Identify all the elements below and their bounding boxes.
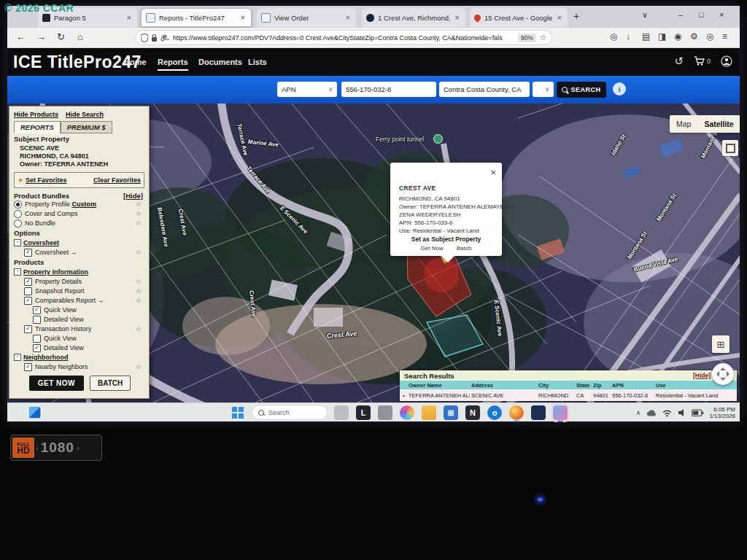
- lock-icon[interactable]: [151, 34, 158, 42]
- photos-icon[interactable]: [553, 405, 568, 420]
- hide-bundles-link[interactable]: [Hide]: [123, 192, 143, 200]
- window-restore-button[interactable]: □: [699, 10, 704, 19]
- tab-close-icon[interactable]: ×: [125, 13, 133, 22]
- set-subject-property-link[interactable]: Set as Subject Property: [390, 236, 502, 243]
- tab-premium[interactable]: PREMIUM $: [61, 121, 112, 133]
- checkbox-detailed-view-2[interactable]: ✓: [33, 344, 41, 352]
- tab-view-order[interactable]: View Order ×: [257, 8, 356, 27]
- favorite-star-icon[interactable]: ☆: [136, 297, 142, 304]
- onedrive-icon[interactable]: [646, 408, 657, 417]
- location-input[interactable]: Contra Costa County, CA: [439, 82, 530, 97]
- snipping-tool-icon[interactable]: [334, 405, 349, 420]
- tab-close-icon[interactable]: ×: [344, 13, 352, 22]
- account-icon[interactable]: ◉: [674, 31, 681, 42]
- tracking-shield-icon[interactable]: [141, 34, 148, 42]
- dropbox-icon[interactable]: [531, 405, 546, 420]
- microsoft-store-icon[interactable]: ⊞: [444, 405, 458, 420]
- firefox-icon[interactable]: [509, 405, 524, 420]
- outlook-icon[interactable]: o: [487, 405, 502, 420]
- search-button[interactable]: SEARCH: [557, 82, 606, 98]
- property-information-group[interactable]: Property Information: [23, 268, 88, 276]
- collapse-icon[interactable]: −: [14, 268, 21, 276]
- volume-icon[interactable]: [678, 408, 686, 417]
- bookmark-star-icon[interactable]: ☆: [539, 33, 546, 42]
- app-logo[interactable]: ICE TitlePro247: [13, 52, 142, 72]
- radio-property-profile[interactable]: [14, 201, 22, 209]
- state-select[interactable]: ∨: [533, 82, 554, 97]
- radio-cover-comps[interactable]: [14, 210, 22, 218]
- contacts-icon[interactable]: [378, 405, 392, 420]
- set-favorites-link[interactable]: Set Favorites: [26, 176, 67, 184]
- forward-button[interactable]: →: [36, 31, 46, 42]
- apn-input[interactable]: 556-170-032-8: [341, 82, 436, 97]
- widgets-icon[interactable]: [28, 405, 42, 419]
- start-button[interactable]: [232, 407, 244, 419]
- cart-button[interactable]: 0: [694, 56, 711, 66]
- tab-crest-ave[interactable]: 1 Crest Ave, Richmond, Californi ×: [362, 8, 465, 27]
- map-grid-button[interactable]: ⊞: [712, 335, 729, 353]
- history-icon[interactable]: ↺: [674, 55, 684, 68]
- pocket-icon[interactable]: ◎: [610, 31, 617, 42]
- checkbox-property-details[interactable]: ✓: [24, 278, 32, 286]
- copilot-icon[interactable]: [400, 405, 414, 420]
- permissions-icon[interactable]: [160, 34, 170, 42]
- tab-reports[interactable]: REPORTS: [14, 121, 61, 133]
- get-now-button[interactable]: GET NOW: [29, 376, 84, 391]
- window-close-button[interactable]: ×: [719, 10, 724, 19]
- favorite-star-icon[interactable]: ☆: [136, 201, 142, 208]
- tab-close-icon[interactable]: ×: [556, 13, 563, 22]
- checkbox-quick-view[interactable]: ✓: [33, 306, 41, 314]
- nav-reports[interactable]: Reports: [158, 58, 188, 71]
- tab-list-chevron-icon[interactable]: ∨: [642, 10, 648, 20]
- popup-close-icon[interactable]: ×: [490, 167, 496, 178]
- favorite-star-icon[interactable]: ☆: [136, 278, 142, 285]
- favorite-star-icon[interactable]: ☆: [136, 287, 142, 295]
- nav-documents[interactable]: Documents: [198, 58, 242, 66]
- satellite-view-button[interactable]: Satellite: [697, 115, 740, 133]
- nav-lists[interactable]: Lists: [248, 58, 267, 66]
- checkbox-transaction-history[interactable]: ✓: [24, 325, 32, 333]
- search-type-select[interactable]: APN ∨: [277, 82, 337, 97]
- tab-google-maps[interactable]: 15 Crest Ave - Google Maps ×: [470, 8, 568, 27]
- tab-titlepro-reports[interactable]: Reports - TitlePro247 ×: [141, 8, 252, 27]
- back-button[interactable]: ←: [16, 31, 26, 42]
- home-button[interactable]: ⌂: [77, 31, 83, 42]
- map-view-button[interactable]: Map: [670, 115, 697, 133]
- wifi-icon[interactable]: [662, 408, 673, 417]
- hide-products-link[interactable]: Hide Products: [14, 111, 58, 118]
- tray-chevron-icon[interactable]: ∧: [636, 409, 641, 416]
- radio-no-bundle[interactable]: [14, 219, 22, 228]
- checkbox-quick-view-2[interactable]: [33, 335, 41, 343]
- menu-icon[interactable]: ≡: [722, 31, 727, 42]
- clear-favorites-link[interactable]: Clear Favorites: [93, 176, 141, 184]
- tab-close-icon[interactable]: ×: [239, 13, 247, 22]
- notion-icon[interactable]: N: [465, 405, 480, 420]
- favorite-star-icon[interactable]: ☆: [136, 363, 142, 370]
- url-bar[interactable]: https://www.titlepro247.com/PDV?Address=…: [135, 30, 552, 45]
- pan-control[interactable]: [712, 363, 734, 385]
- favorite-star-icon[interactable]: ☆: [136, 210, 142, 217]
- library-icon[interactable]: ▤: [642, 31, 650, 42]
- window-minimize-button[interactable]: –: [678, 10, 683, 19]
- checkbox-detailed-view[interactable]: [33, 316, 41, 324]
- tab-close-icon[interactable]: ×: [454, 13, 461, 22]
- checkbox-comparables-report[interactable]: ✓: [24, 297, 32, 305]
- lastpass-icon[interactable]: L: [356, 405, 371, 420]
- collapse-icon[interactable]: −: [14, 239, 21, 246]
- file-explorer-icon[interactable]: [422, 405, 436, 420]
- collapse-icon[interactable]: −: [14, 354, 21, 361]
- taskbar-search[interactable]: Search: [252, 405, 327, 419]
- nav-home[interactable]: Home: [124, 58, 147, 66]
- popup-batch-link[interactable]: Batch: [457, 245, 471, 252]
- favorite-star-icon[interactable]: ☆: [136, 325, 142, 332]
- favorite-star-icon[interactable]: ☆: [136, 249, 142, 256]
- batch-button[interactable]: BATCH: [90, 376, 131, 391]
- hide-search-link[interactable]: Hide Search: [66, 111, 104, 118]
- downloads-icon[interactable]: ↓: [626, 31, 630, 42]
- tunnel-poi-icon[interactable]: [433, 134, 443, 144]
- checkbox-coversheet[interactable]: ✓: [24, 249, 32, 257]
- checkbox-nearby-neighbors[interactable]: ✓: [24, 363, 32, 371]
- extensions-icon[interactable]: ⚙: [690, 31, 698, 42]
- info-icon[interactable]: i: [613, 82, 626, 96]
- neighborhood-group[interactable]: Neighborhood: [23, 354, 69, 361]
